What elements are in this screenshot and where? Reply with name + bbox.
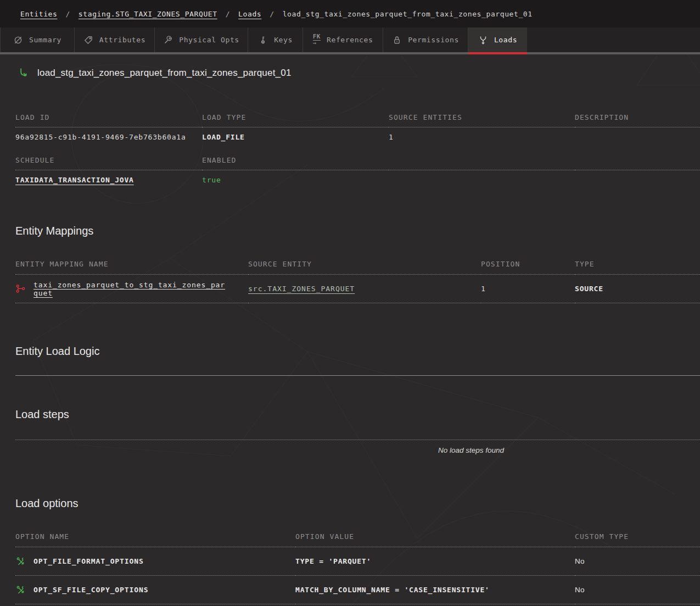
section-title-load-steps: Load steps <box>15 408 700 421</box>
section-title-entity-load-logic: Entity Load Logic <box>15 345 700 358</box>
field-value-enabled: true <box>202 170 389 185</box>
column-header: OPTION VALUE <box>295 532 575 547</box>
field-label-load-id: LOAD ID <box>15 113 202 127</box>
field-label-schedule: SCHEDULE <box>15 155 202 170</box>
breadcrumb-entities[interactable]: Entities <box>20 10 57 18</box>
option-name: OPT_SF_FILE_COPY_OPTIONS <box>33 586 148 594</box>
summary-icon <box>13 35 23 45</box>
breadcrumb: Entities / staging.STG_TAXI_ZONES_PARQUE… <box>0 0 700 27</box>
breadcrumb-entity[interactable]: staging.STG_TAXI_ZONES_PARQUET <box>79 10 217 18</box>
field-value-description <box>575 127 700 142</box>
tab-bar: Summary Attributes Physical Opts <box>0 27 700 54</box>
table-row-option-value: TYPE = 'PARQUET' <box>295 547 575 576</box>
tab-loads[interactable]: Loads <box>468 27 527 52</box>
entity-load-logic-divider <box>15 375 700 376</box>
mapping-merge-icon <box>15 283 26 294</box>
tag-icon <box>83 35 93 45</box>
table-row-position: 1 <box>481 275 575 303</box>
table-row-option-name: OPT_SF_FILE_COPY_OPTIONS <box>15 576 295 604</box>
details-row-1: LOAD ID LOAD TYPE SOURCE ENTITIES DESCRI… <box>15 113 700 142</box>
field-label-source-entities: SOURCE ENTITIES <box>389 113 575 127</box>
column-header: CUSTOM TYPE <box>575 532 700 547</box>
tools-arrow-icon <box>15 585 26 596</box>
load-arrow-icon <box>17 66 30 80</box>
tab-label: Attributes <box>99 36 145 44</box>
entity-mappings-table: ENTITY MAPPING NAME SOURCE ENTITY POSITI… <box>15 259 700 303</box>
tools-arrow-icon <box>15 556 26 567</box>
main-content: load_stg_taxi_zones_parquet_from_taxi_zo… <box>0 54 700 604</box>
field-label-load-type: LOAD TYPE <box>202 113 389 127</box>
page-title: load_stg_taxi_zones_parquet_from_taxi_zo… <box>37 68 292 79</box>
details-row-2: SCHEDULE ENABLED TAXIDATA_TRANSACTION_JO… <box>15 155 700 185</box>
field-value-load-type: LOAD_FILE <box>202 127 389 142</box>
tab-label: Permissions <box>408 36 459 44</box>
tab-label: References <box>327 36 373 44</box>
tab-label: Physical Opts <box>179 36 239 44</box>
table-row-custom-type: No <box>575 576 700 604</box>
field-value-spacer <box>389 170 575 185</box>
breadcrumb-separator: / <box>65 10 70 18</box>
breadcrumb-separator: / <box>270 10 274 18</box>
column-header: POSITION <box>481 259 575 275</box>
column-header: SOURCE ENTITY <box>248 259 481 275</box>
field-label-spacer <box>575 155 700 170</box>
table-row-mapping-name: taxi_zones_parquet_to_stg_taxi_zones_par… <box>15 275 248 303</box>
field-value-source-entities: 1 <box>389 127 575 142</box>
tab-label: Keys <box>274 36 293 44</box>
section-title-load-options: Load options <box>15 497 700 510</box>
field-label-description: DESCRIPTION <box>575 113 700 127</box>
breadcrumb-current-load: load_stg_taxi_zones_parquet_from_taxi_zo… <box>283 10 533 18</box>
table-row-option-value: MATCH_BY_COLUMN_NAME = 'CASE_INSENSITIVE… <box>295 576 575 604</box>
source-entity-link[interactable]: src.TAXI_ZONES_PARQUET <box>248 285 355 293</box>
tabbar-bottom-strip <box>0 52 700 54</box>
table-row-type: SOURCE <box>575 275 700 303</box>
section-title-entity-mappings: Entity Mappings <box>15 225 700 237</box>
field-value-load-id: 96a92815-c91b-4191-9469-7eb763b60a1a <box>15 127 202 142</box>
tab-physical-opts[interactable]: Physical Opts <box>154 27 248 52</box>
column-header: OPTION NAME <box>15 532 295 547</box>
tab-label: Loads <box>494 36 517 44</box>
load-steps-empty-message: No load steps found <box>438 446 700 454</box>
wrench-icon <box>163 35 173 45</box>
table-row-custom-type: No <box>575 547 700 576</box>
load-options-table: OPTION NAME OPTION VALUE CUSTOM TYPE OPT… <box>15 532 700 604</box>
entity-mapping-link[interactable]: taxi_zones_parquet_to_stg_taxi_zones_par… <box>33 281 227 297</box>
foreign-key-icon: FK→ <box>313 34 321 46</box>
tab-references[interactable]: FK→ References <box>303 27 383 52</box>
schedule-link[interactable]: TAXIDATA_TRANSACTION_JOVA <box>15 176 134 184</box>
tab-summary[interactable]: Summary <box>0 27 74 52</box>
tab-attributes[interactable]: Attributes <box>74 27 154 52</box>
load-steps-divider <box>15 440 700 440</box>
field-value-spacer <box>575 170 700 185</box>
key-icon <box>258 35 268 45</box>
tab-permissions[interactable]: Permissions <box>383 27 468 52</box>
column-header: ENTITY MAPPING NAME <box>15 259 248 275</box>
tab-label: Summary <box>29 36 61 44</box>
breadcrumb-separator: / <box>226 10 230 18</box>
column-header: TYPE <box>575 259 700 275</box>
option-name: OPT_FILE_FORMAT_OPTIONS <box>33 557 144 565</box>
table-row-option-name: OPT_FILE_FORMAT_OPTIONS <box>15 547 295 576</box>
breadcrumb-loads[interactable]: Loads <box>238 10 261 18</box>
tab-keys[interactable]: Keys <box>248 27 303 52</box>
merge-arrow-icon <box>478 35 488 45</box>
table-row-source-entity: src.TAXI_ZONES_PARQUET <box>248 275 481 303</box>
lock-icon <box>392 35 402 45</box>
field-label-spacer <box>389 155 575 170</box>
field-label-enabled: ENABLED <box>202 155 389 170</box>
